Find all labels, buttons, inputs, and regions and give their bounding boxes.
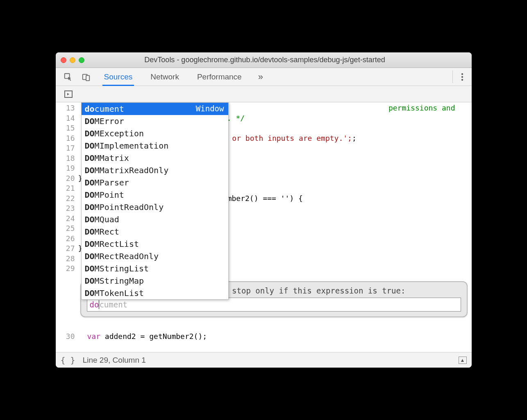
line-number-14[interactable]: 14 xyxy=(56,113,75,124)
line-number-29[interactable]: 29 xyxy=(56,264,75,274)
line-number-30[interactable]: 30 xyxy=(56,332,78,342)
autocomplete-item-document[interactable]: documentWindow xyxy=(82,103,228,115)
breakpoint-expression-input[interactable]: document xyxy=(87,298,461,312)
line-number-19[interactable]: 19 xyxy=(56,163,75,174)
autocomplete-item-DOMImplementation[interactable]: DOMImplementation xyxy=(82,140,228,152)
autocomplete-item-DOMPoint[interactable]: DOMPoint xyxy=(82,189,228,201)
line-number-22[interactable]: 22 xyxy=(56,194,75,204)
line-number-23[interactable]: 23 xyxy=(56,203,75,214)
line-number-13[interactable]: 13 xyxy=(56,103,75,113)
line-number-15[interactable]: 15 xyxy=(56,123,75,133)
line-number-17[interactable]: 17 xyxy=(56,143,75,154)
line-number-18[interactable]: 18 xyxy=(56,154,75,164)
autocomplete-item-DOMError[interactable]: DOMError xyxy=(82,115,228,127)
autocomplete-item-DOMQuad[interactable]: DOMQuad xyxy=(82,213,228,226)
autocomplete-item-DOMTokenList[interactable]: DOMTokenList xyxy=(82,287,228,299)
line-number-20[interactable]: 20 xyxy=(56,174,75,184)
line-number-24[interactable]: 24 xyxy=(56,214,75,224)
autocomplete-item-DOMException[interactable]: DOMException xyxy=(82,127,228,140)
autocomplete-item-DOMParser[interactable]: DOMParser xyxy=(82,176,228,189)
devtools-window: DevTools - googlechrome.github.io/devtoo… xyxy=(56,52,472,368)
autocomplete-item-DOMMatrix[interactable]: DOMMatrix xyxy=(82,152,228,164)
autocomplete-popup[interactable]: documentWindowDOMErrorDOMExceptionDOMImp… xyxy=(81,102,229,300)
breakpoint-typed-text: do xyxy=(90,300,99,309)
code-line-30-row: 30 var addend2 = getNumber2(); xyxy=(56,332,472,342)
line-number-26[interactable]: 26 xyxy=(56,234,75,244)
inspect-element-icon[interactable] xyxy=(59,68,77,86)
line-number-21[interactable]: 21 xyxy=(56,183,75,194)
device-toolbar-icon[interactable] xyxy=(77,68,95,86)
show-navigator-icon[interactable] xyxy=(60,90,77,98)
line-number-16[interactable]: 16 xyxy=(56,133,75,144)
svg-point-3 xyxy=(461,73,463,75)
autocomplete-item-DOMMatrixReadOnly[interactable]: DOMMatrixReadOnly xyxy=(82,164,228,176)
autocomplete-item-DOMStringList[interactable]: DOMStringList xyxy=(82,262,228,275)
tab-sources[interactable]: Sources xyxy=(95,68,142,86)
line-number-25[interactable]: 25 xyxy=(56,224,75,234)
svg-rect-2 xyxy=(86,75,89,81)
svg-point-5 xyxy=(461,79,463,80)
breakpoint-ghost-text: cument xyxy=(99,300,127,309)
svg-point-4 xyxy=(461,76,463,77)
tab-performance[interactable]: Performance xyxy=(188,68,251,86)
window-title: DevTools - googlechrome.github.io/devtoo… xyxy=(63,56,467,64)
titlebar: DevTools - googlechrome.github.io/devtoo… xyxy=(56,52,472,68)
line-number-27[interactable]: 27 xyxy=(56,244,75,254)
line-number-gutter[interactable]: 1314151617181920212223242526272829 xyxy=(56,102,78,352)
line-number-28[interactable]: 28 xyxy=(56,254,75,264)
show-console-drawer-icon[interactable]: ▲ xyxy=(459,357,467,364)
autocomplete-item-DOMStringMap[interactable]: DOMStringMap xyxy=(82,275,228,287)
autocomplete-item-DOMRect[interactable]: DOMRect xyxy=(82,226,228,238)
cursor-position: Line 29, Column 1 xyxy=(83,356,146,365)
tabs-bar: Sources Network Performance » xyxy=(56,68,472,86)
code-editor[interactable]: 1314151617181920212223242526272829 permi… xyxy=(56,102,472,352)
autocomplete-item-DOMRectReadOnly[interactable]: DOMRectReadOnly xyxy=(82,250,228,262)
autocomplete-item-DOMPointReadOnly[interactable]: DOMPointReadOnly xyxy=(82,201,228,213)
tab-network[interactable]: Network xyxy=(141,68,188,86)
sources-toolbar xyxy=(56,86,472,102)
settings-menu-icon[interactable] xyxy=(453,68,472,86)
pretty-print-icon[interactable]: { } xyxy=(61,355,75,365)
statusbar: { } Line 29, Column 1 ▲ xyxy=(56,352,472,368)
more-tabs-icon[interactable]: » xyxy=(251,68,270,86)
autocomplete-type-hint: Window xyxy=(196,104,224,114)
autocomplete-item-DOMRectList[interactable]: DOMRectList xyxy=(82,238,228,250)
